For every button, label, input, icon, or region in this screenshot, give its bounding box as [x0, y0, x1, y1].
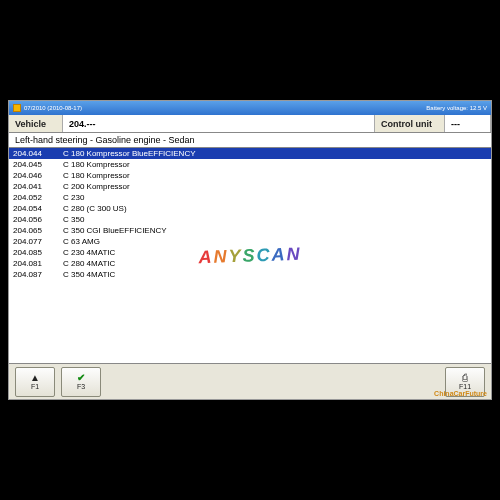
model-code: 204.065: [13, 226, 63, 235]
list-item[interactable]: 204.044C 180 Kompressor BlueEFFICIENCY: [9, 148, 491, 159]
control-unit-label: Control unit: [375, 115, 445, 132]
list-item[interactable]: 204.056C 350: [9, 214, 491, 225]
list-item[interactable]: 204.077C 63 AMG: [9, 236, 491, 247]
confirm-button[interactable]: ✔ F3: [61, 367, 101, 397]
printer-icon: ⎙: [462, 373, 468, 383]
model-desc: C 230: [63, 193, 487, 202]
model-code: 204.054: [13, 204, 63, 213]
model-desc: C 280 (C 300 US): [63, 204, 487, 213]
model-desc: C 350: [63, 215, 487, 224]
model-code: 204.046: [13, 171, 63, 180]
list-item[interactable]: 204.081C 280 4MATIC: [9, 258, 491, 269]
model-code: 204.087: [13, 270, 63, 279]
vehicle-value[interactable]: 204.---: [63, 115, 375, 132]
brand-label: ChinaCarFuture: [434, 390, 487, 397]
model-code: 204.041: [13, 182, 63, 191]
model-desc: C 350 CGI BlueEFFICIENCY: [63, 226, 487, 235]
list-item[interactable]: 204.046C 180 Kompressor: [9, 170, 491, 181]
model-desc: C 180 Kompressor BlueEFFICIENCY: [63, 149, 487, 158]
model-code: 204.056: [13, 215, 63, 224]
app-version: 07/2010 (2010-08-17): [24, 105, 82, 111]
f1-label: F1: [31, 383, 39, 390]
model-code: 204.077: [13, 237, 63, 246]
model-desc: C 230 4MATIC: [63, 248, 487, 257]
check-icon: ✔: [77, 373, 85, 383]
title-bar: 07/2010 (2010-08-17) Battery voltage: 12…: [9, 101, 491, 115]
list-item[interactable]: 204.065C 350 CGI BlueEFFICIENCY: [9, 225, 491, 236]
model-desc: C 280 4MATIC: [63, 259, 487, 268]
f11-label: F11: [459, 383, 471, 390]
model-code: 204.085: [13, 248, 63, 257]
model-code: 204.052: [13, 193, 63, 202]
list-item[interactable]: 204.052C 230: [9, 192, 491, 203]
vehicle-label: Vehicle: [9, 115, 63, 132]
battery-status: Battery voltage: 12.5 V: [426, 105, 487, 111]
header-row: Vehicle 204.--- Control unit ---: [9, 115, 491, 133]
control-unit-value[interactable]: ---: [445, 115, 491, 132]
back-button[interactable]: ▲ F1: [15, 367, 55, 397]
model-list[interactable]: 204.044C 180 Kompressor BlueEFFICIENCY20…: [9, 148, 491, 363]
list-item[interactable]: 204.087C 350 4MATIC: [9, 269, 491, 280]
app-icon: [13, 104, 21, 112]
list-item[interactable]: 204.085C 230 4MATIC: [9, 247, 491, 258]
f3-label: F3: [77, 383, 85, 390]
breadcrumb: Left-hand steering - Gasoline engine - S…: [9, 133, 491, 148]
model-code: 204.044: [13, 149, 63, 158]
model-code: 204.081: [13, 259, 63, 268]
footer-toolbar: ▲ F1 ✔ F3 ⎙ F11 ChinaCarFuture: [9, 363, 491, 399]
model-desc: C 180 Kompressor: [63, 160, 487, 169]
app-window: 07/2010 (2010-08-17) Battery voltage: 12…: [8, 100, 492, 400]
list-item[interactable]: 204.041C 200 Kompressor: [9, 181, 491, 192]
model-desc: C 63 AMG: [63, 237, 487, 246]
arrow-up-icon: ▲: [30, 373, 40, 383]
model-desc: C 350 4MATIC: [63, 270, 487, 279]
model-code: 204.045: [13, 160, 63, 169]
model-desc: C 200 Kompressor: [63, 182, 487, 191]
model-desc: C 180 Kompressor: [63, 171, 487, 180]
list-item[interactable]: 204.045C 180 Kompressor: [9, 159, 491, 170]
list-item[interactable]: 204.054C 280 (C 300 US): [9, 203, 491, 214]
